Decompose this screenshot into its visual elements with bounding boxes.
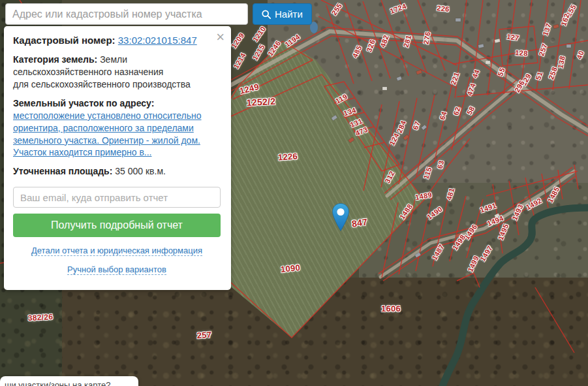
parcel-label[interactable]: 257 [196, 330, 212, 341]
area-label: Уточненная площадь: [13, 166, 112, 176]
cadastral-number-row: Кадастровый номер: 33:02:021015:847 [13, 34, 221, 47]
cadastral-map-app: 2551724226120912101215121412461194485326… [0, 0, 588, 386]
parcel-label[interactable]: 1090 [280, 263, 301, 274]
address-label: Земельный участок по адресу: [13, 98, 154, 108]
email-field[interactable] [13, 187, 221, 208]
parcel-label[interactable]: 128 [515, 48, 528, 57]
search-bar: Найти [5, 3, 312, 25]
parcel-info-panel: × Кадастровый номер: 33:02:021015:847 Ка… [4, 26, 231, 290]
report-details-link[interactable]: Детали отчета и юридическая информация [31, 246, 202, 256]
land-category-row: Категория земель: Земли сельскохозяйстве… [13, 54, 221, 91]
cadastral-number-link[interactable]: 33:02:021015:847 [118, 35, 197, 46]
search-input[interactable] [5, 3, 248, 25]
parcel-label[interactable]: 1252/2 [246, 96, 275, 108]
bottom-tooltip[interactable]: ши участки/зоны на карте? [0, 376, 138, 386]
parcel-label[interactable]: 1226 [277, 151, 298, 162]
address-link[interactable]: местоположение установлено относительно … [13, 110, 202, 158]
get-report-button[interactable]: Получить подробный отчет [13, 214, 221, 237]
map-pin[interactable] [332, 203, 349, 231]
parcel-label[interactable]: 847 [351, 216, 368, 229]
parcel-label[interactable]: 226 [437, 4, 450, 13]
parcel-label[interactable]: 382/26 [27, 312, 53, 323]
close-icon[interactable]: × [216, 30, 224, 44]
manual-select-link[interactable]: Ручной выбор вариантов [67, 265, 166, 275]
area-row: Уточненная площадь: 35 000 кв.м. [13, 165, 221, 178]
bottom-tooltip-text: ши участки/зоны на карте? [5, 380, 110, 386]
manual-link-row: Ручной выбор вариантов [13, 263, 221, 276]
land-category-label: Категория земель: [13, 54, 97, 65]
parcel-label[interactable]: 127 [506, 33, 520, 42]
search-icon [262, 10, 271, 19]
land-use-value: для сельскохозяйственного производства [13, 79, 191, 89]
cadastral-number-label: Кадастровый номер: [13, 35, 116, 46]
address-row: Земельный участок по адресу: местоположе… [13, 97, 221, 159]
find-button-label: Найти [275, 8, 303, 20]
details-link-row: Детали отчета и юридическая информация [13, 244, 221, 257]
area-value: 35 000 кв.м. [115, 166, 166, 176]
parcel-label[interactable]: 1606 [381, 304, 401, 314]
find-button[interactable]: Найти [253, 3, 312, 25]
